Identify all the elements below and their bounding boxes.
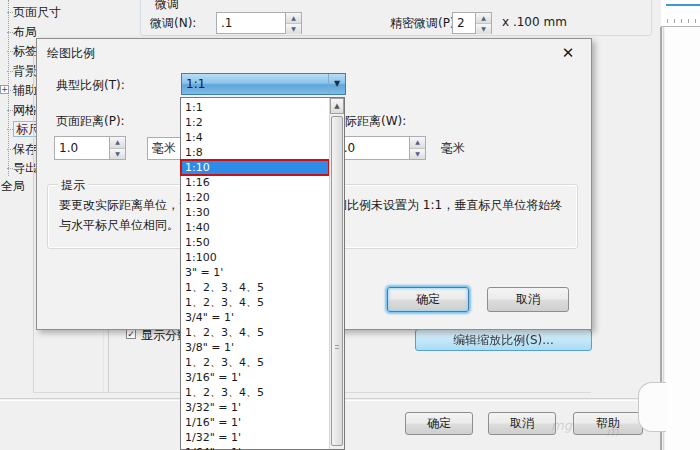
dropdown-option-1:8[interactable]: 1:8 — [181, 145, 329, 160]
right-panel — [665, 0, 700, 450]
left-groupbox-edge — [33, 55, 34, 393]
super-nudge-label: 精密微调(P): — [390, 15, 459, 32]
dropdown-option-12345[interactable]: 1、2、3、4、5 — [181, 280, 329, 295]
dialog-title: 绘图比例 — [47, 45, 95, 62]
window-ok-button[interactable]: 确定 — [405, 412, 473, 435]
typical-scale-label: 典型比例(T): — [56, 77, 125, 94]
dropdown-scrollbar[interactable]: ▲ — [329, 98, 344, 449]
nudge-value: .1 — [217, 16, 285, 30]
watermark-text: m — [606, 424, 619, 439]
inner-groupbox-edge2 — [108, 330, 109, 392]
nudge-label: 微调(N): — [150, 15, 196, 32]
show-fractions-checkbox[interactable]: ✓ — [126, 329, 136, 339]
dropdown-option-31[interactable]: 3" = 1' — [181, 265, 329, 280]
page-distance-input[interactable]: 1.0 ▲▼ — [54, 136, 126, 160]
dropdown-option-1:10[interactable]: 1:10 — [181, 160, 329, 175]
page-distance-spinner[interactable]: ▲▼ — [109, 137, 125, 159]
combobox-value: 1:1 — [182, 77, 328, 91]
super-nudge-input[interactable]: 2 ▲▼ — [452, 12, 492, 34]
dropdown-option-341[interactable]: 3/4" = 1' — [181, 310, 329, 325]
ruler-preview — [661, 0, 700, 27]
preview-guideline — [666, 4, 700, 6]
window-cancel-button[interactable]: 取消 — [488, 412, 556, 435]
world-distance-spinner[interactable]: ▲▼ — [409, 137, 425, 159]
preview-tick-marks — [667, 19, 698, 23]
nudge-group-title: 微调 — [152, 0, 182, 13]
dropdown-option-1161[interactable]: 1/16" = 1' — [181, 415, 329, 430]
edit-scale-button[interactable]: 编辑缩放比例(S)... — [415, 329, 592, 351]
dropdown-option-1:2[interactable]: 1:2 — [181, 115, 329, 130]
chevron-down-icon: ▼ — [328, 74, 345, 94]
dialog-ok-button[interactable]: 确定 — [387, 287, 469, 312]
dropdown-option-1:50[interactable]: 1:50 — [181, 235, 329, 250]
dropdown-option-1321[interactable]: 1/32" = 1' — [181, 430, 329, 445]
inner-groupbox-edge — [103, 330, 104, 392]
dropdown-option-3321[interactable]: 3/32" = 1' — [181, 400, 329, 415]
dropdown-option-3161[interactable]: 3/16" = 1' — [181, 370, 329, 385]
dropdown-option-381[interactable]: 3/8" = 1' — [181, 340, 329, 355]
dropdown-option-1641[interactable]: 1/64" = 1' — [181, 445, 329, 450]
watermark-text: mg — [551, 418, 572, 433]
dropdown-option-1:100[interactable]: 1:100 — [181, 250, 329, 265]
scale-dropdown-list[interactable]: 1:11:21:41:81:101:161:201:301:401:501:10… — [180, 97, 345, 450]
super-nudge-spinner[interactable]: ▲▼ — [475, 13, 491, 33]
dropdown-items: 1:11:21:41:81:101:161:201:301:401:501:10… — [181, 100, 329, 450]
super-nudge-value: 2 — [453, 16, 475, 30]
scrollbar-grip — [335, 345, 339, 351]
page-distance-label: 页面距离(P): — [56, 113, 125, 130]
scroll-up-icon[interactable]: ▲ — [330, 98, 344, 114]
checkmark-icon: ✓ — [127, 329, 135, 339]
dropdown-option-12345[interactable]: 1、2、3、4、5 — [181, 355, 329, 370]
nudge-unit-suffix: x .100 mm — [502, 15, 567, 29]
sidebar-item-1[interactable]: 布局 — [13, 23, 37, 41]
dropdown-option-12345[interactable]: 1、2、3、4、5 — [181, 385, 329, 400]
close-icon[interactable]: ✕ — [559, 44, 577, 62]
dropdown-option-1:4[interactable]: 1:4 — [181, 130, 329, 145]
tips-title: 提示 — [58, 177, 88, 194]
dropdown-option-12345[interactable]: 1、2、3、4、5 — [181, 325, 329, 340]
dropdown-option-12345[interactable]: 1、2、3、4、5 — [181, 295, 329, 310]
dropdown-option-1:20[interactable]: 1:20 — [181, 190, 329, 205]
page-distance-value: 1.0 — [55, 141, 109, 155]
nudge-spinner[interactable]: ▲▼ — [285, 13, 301, 33]
world-unit-label: 毫米 — [441, 140, 465, 157]
tree-expander-icon[interactable]: + — [0, 85, 9, 94]
rounded-corner-panel — [638, 382, 666, 432]
dropdown-option-1:30[interactable]: 1:30 — [181, 205, 329, 220]
tips-line2: 与水平标尺单位相同。 — [59, 217, 179, 234]
dropdown-option-1:16[interactable]: 1:16 — [181, 175, 329, 190]
world-distance-input[interactable]: 1.0 ▲▼ — [331, 136, 426, 160]
typical-scale-combobox[interactable]: 1:1 ▼ — [181, 73, 346, 95]
sidebar-item-0[interactable]: 页面尺寸 — [13, 3, 61, 21]
dropdown-option-1:1[interactable]: 1:1 — [181, 100, 329, 115]
scrollbar-thumb[interactable] — [331, 116, 343, 446]
nudge-input[interactable]: .1 ▲▼ — [216, 12, 302, 34]
dropdown-option-1:40[interactable]: 1:40 — [181, 220, 329, 235]
dialog-cancel-button[interactable]: 取消 — [487, 287, 569, 312]
sidebar-item-global[interactable]: 全局 — [1, 178, 25, 195]
